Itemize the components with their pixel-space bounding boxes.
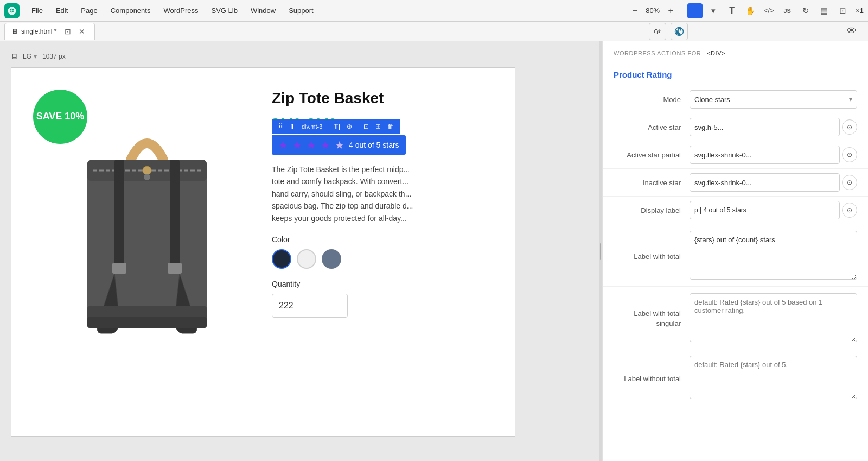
zoom-in-button[interactable]: + bbox=[665, 5, 676, 17]
menu-window[interactable]: Window bbox=[245, 4, 281, 17]
active-star-input[interactable]: svg.h-5... bbox=[690, 118, 840, 136]
inactive-star-control: svg.flex-shrink-0... ⊙ bbox=[690, 173, 857, 192]
menu-page[interactable]: Page bbox=[75, 4, 103, 17]
star-1: ★ bbox=[278, 138, 288, 151]
zoom-level: 80% bbox=[643, 7, 662, 15]
label-without-total-control bbox=[690, 356, 857, 401]
drag-handle-icon[interactable]: ⠿ bbox=[276, 122, 285, 131]
chevron-down-icon: ▾ bbox=[849, 96, 852, 103]
panel-header-prefix: WORDPRESS ACTIONS FOR bbox=[614, 50, 701, 56]
menu-file[interactable]: File bbox=[26, 4, 48, 17]
target-inactive-icon[interactable]: ⊙ bbox=[842, 175, 857, 190]
nav-up-icon[interactable]: ⬆ bbox=[288, 122, 297, 131]
active-star-label: Active star bbox=[614, 123, 690, 131]
menu-svglib[interactable]: SVG Lib bbox=[206, 4, 243, 17]
star-2: ★ bbox=[292, 138, 302, 151]
target-partial-icon[interactable]: ⊙ bbox=[842, 147, 857, 162]
rating-text: 4 out of 5 stars bbox=[349, 141, 399, 149]
product-title: Zip Tote Basket bbox=[272, 90, 482, 107]
copy-icon[interactable]: ⊡ bbox=[361, 122, 371, 131]
label-with-total-row: Label with total {stars} out of {count} … bbox=[603, 224, 868, 287]
chevron-down-icon[interactable]: ▾ bbox=[706, 3, 721, 18]
eye-icon[interactable]: 👁 bbox=[844, 24, 859, 39]
label-with-total-label: Label with total bbox=[614, 252, 690, 261]
menu-wordpress[interactable]: WordPress bbox=[158, 4, 203, 17]
element-tag-label[interactable]: div.mt-3 bbox=[299, 122, 324, 131]
viewport-dropdown[interactable]: LG ▾ bbox=[23, 53, 38, 60]
quantity-section: Quantity bbox=[272, 280, 482, 318]
label-with-total-singular-control bbox=[690, 293, 857, 344]
color-swatch-gray[interactable] bbox=[322, 249, 341, 269]
monitor-small-icon: 🖥 bbox=[11, 52, 18, 61]
toolbar-divider bbox=[328, 122, 328, 131]
label-with-total-singular-row: Label with totalsingular bbox=[603, 287, 868, 349]
display-label-input[interactable]: p | 4 out of 5 stars bbox=[690, 201, 840, 219]
rating-row-wrapper: ⠿ ⬆ div.mt-3 T| ⊕ ⊡ ⊞ 🗑 ★ bbox=[272, 135, 482, 155]
panel-header-tag: <div> bbox=[707, 50, 725, 56]
tab-actions: ⊡ ✕ bbox=[62, 26, 88, 37]
color-swatch-dark[interactable] bbox=[272, 249, 291, 269]
right-panel: WORDPRESS ACTIONS FOR <div> Product Rati… bbox=[602, 41, 868, 461]
panel-section-title: Product Rating bbox=[603, 61, 868, 86]
monitor-icon: 🖥 bbox=[11, 28, 18, 35]
rating-row: ★ ★ ★ ★ ★ 4 out of 5 stars bbox=[272, 135, 406, 155]
menu-bar: File Edit Page Components WordPress SVG … bbox=[0, 0, 868, 22]
label-without-total-label: Label without total bbox=[614, 375, 690, 383]
code-icon[interactable]: </> bbox=[761, 3, 776, 18]
svg-rect-8 bbox=[168, 263, 182, 274]
color-swatch-white[interactable] bbox=[297, 249, 316, 269]
x-count: ×1 bbox=[856, 7, 864, 15]
inactive-star-input[interactable]: svg.flex-shrink-0... bbox=[690, 173, 840, 192]
clone-icon[interactable]: ⊕ bbox=[344, 122, 354, 131]
star-5: ★ bbox=[335, 138, 344, 151]
hand-tool-icon[interactable]: ✋ bbox=[743, 3, 758, 18]
display-label-input-row: p | 4 out of 5 stars ⊙ bbox=[690, 201, 857, 219]
active-star-partial-row: Active star partial svg.flex-shrink-0...… bbox=[603, 141, 868, 169]
toolbar-divider-2 bbox=[358, 122, 358, 131]
label-with-total-textarea[interactable]: {stars} out of {count} stars bbox=[690, 231, 857, 280]
wordpress-logo-icon[interactable] bbox=[671, 23, 688, 40]
menu-support[interactable]: Support bbox=[283, 4, 319, 17]
toolbar-icons: ▾ T ✋ </> JS ↻ ▤ ⊡ ×1 bbox=[687, 3, 864, 18]
tab-close-icon[interactable]: ✕ bbox=[76, 26, 88, 37]
text-tool-icon[interactable]: T| bbox=[331, 121, 342, 131]
menu-edit[interactable]: Edit bbox=[50, 4, 73, 17]
active-star-partial-label: Active star partial bbox=[614, 151, 690, 159]
bag-image bbox=[55, 116, 239, 388]
mode-select[interactable]: Clone stars ▾ bbox=[690, 90, 857, 109]
wordpress-bag-icon[interactable]: 🛍 bbox=[649, 23, 666, 40]
target-icon[interactable]: ⊙ bbox=[842, 119, 857, 135]
js-icon[interactable]: JS bbox=[780, 3, 795, 18]
mode-control: Clone stars ▾ bbox=[690, 90, 857, 109]
label-with-total-singular-label: Label with totalsingular bbox=[614, 309, 690, 329]
delete-icon[interactable]: 🗑 bbox=[385, 122, 396, 131]
preview-icon[interactable]: ▤ bbox=[816, 3, 832, 18]
active-star-partial-input[interactable]: svg.flex-shrink-0... bbox=[690, 146, 840, 164]
panel-header: WORDPRESS ACTIONS FOR <div> bbox=[603, 41, 868, 61]
tab-filename: single.html * bbox=[21, 28, 56, 35]
tab-single-html[interactable]: 🖥 single.html * ⊡ ✕ bbox=[4, 23, 95, 40]
active-star-row: Active star svg.h-5... ⊙ bbox=[603, 113, 868, 141]
label-with-total-singular-textarea[interactable] bbox=[690, 293, 857, 342]
color-swatches bbox=[272, 249, 482, 269]
responsive-preview-icon[interactable]: ⊡ bbox=[835, 3, 850, 18]
quantity-input[interactable] bbox=[272, 294, 348, 318]
zoom-controls: − 80% + bbox=[629, 5, 676, 17]
menu-components[interactable]: Components bbox=[105, 4, 156, 17]
tab-responsive-icon[interactable]: ⊡ bbox=[62, 26, 74, 37]
color-section: Color bbox=[272, 235, 482, 269]
grid-view-icon[interactable] bbox=[687, 3, 703, 18]
svg-rect-5 bbox=[114, 160, 124, 268]
zoom-out-button[interactable]: − bbox=[629, 5, 641, 17]
grid-layout-icon[interactable]: ⊞ bbox=[373, 122, 383, 131]
viewport-device: LG bbox=[23, 53, 31, 60]
app-logo[interactable] bbox=[4, 3, 20, 18]
rating-toolbar: ⠿ ⬆ div.mt-3 T| ⊕ ⊡ ⊞ 🗑 bbox=[272, 119, 400, 134]
refresh-icon[interactable]: ↻ bbox=[798, 3, 813, 18]
label-without-total-textarea[interactable] bbox=[690, 356, 857, 399]
star-3: ★ bbox=[307, 138, 316, 151]
text-tool-icon[interactable]: T bbox=[724, 3, 739, 18]
svg-rect-2 bbox=[87, 160, 207, 323]
target-display-icon[interactable]: ⊙ bbox=[842, 203, 857, 218]
active-star-control: svg.h-5... ⊙ bbox=[690, 118, 857, 136]
